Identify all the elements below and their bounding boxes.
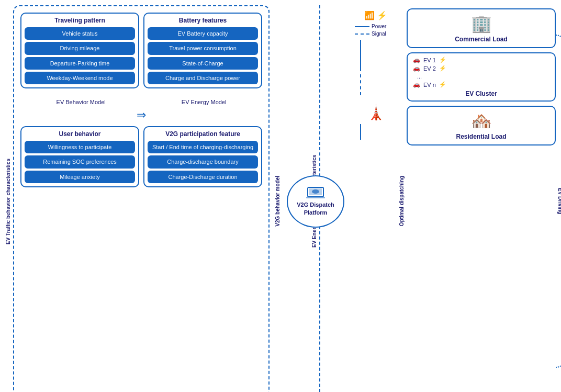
v2g-model-panel: Traveling pattern Vehicle status Driving…: [13, 5, 270, 392]
ev-row-0: 🚗 EV 1 ⚡: [413, 57, 549, 63]
charger-icon-0: ⚡: [439, 57, 446, 63]
ev-dots: ...: [417, 73, 422, 80]
commercial-load-box: 🏢 Commercial Load: [407, 8, 556, 48]
bottom-models-grid: User behavior Willingness to participate…: [18, 124, 264, 196]
tp-item-2: Departure-Parking time: [25, 57, 135, 70]
ev-traffic-label: EV Traffic behavior characteristics: [5, 156, 11, 247]
car-icon-n: 🚗: [413, 81, 420, 88]
v2g-behavior-model-label: V2G behavior model: [275, 174, 280, 229]
v-signal-line: [360, 74, 397, 95]
ub-item-1: Remaining SOC preferences: [25, 155, 135, 168]
building-icon: 🏢: [471, 14, 492, 33]
main-container: EV Traffic behavior characteristics Trav…: [0, 0, 561, 392]
signal-label: Signal: [372, 31, 386, 37]
bf-item-1: Travel power consumption: [148, 42, 258, 54]
user-behavior-title: User behavior: [25, 130, 135, 138]
ev-list: 🚗 EV 1 ⚡ 🚗 EV 2 ⚡ ...: [413, 57, 549, 88]
platform-title: V2G Dispatch Platform: [288, 201, 343, 216]
tp-item-3: Weekday-Weekend mode: [25, 72, 135, 84]
power-label: Power: [372, 24, 386, 29]
ev-driving-area: EV Driving: [556, 5, 561, 392]
bf-item-0: EV Battery capacity: [148, 27, 258, 40]
signal-icons: 📶 ⚡: [355, 10, 397, 20]
ev-models-grid: Traveling pattern Vehicle status Driving…: [18, 10, 264, 97]
ub-item-2: Mileage anxiety: [25, 171, 135, 183]
ev-cluster-title: EV Cluster: [413, 90, 549, 97]
ev-energy-model-label: EV Energy Model: [182, 99, 227, 105]
v2g-dispatch-platform: V2G Dispatch Platform: [287, 175, 344, 228]
svg-point-2: [312, 189, 319, 194]
v2g-participation-box: V2G participation feature Start / End ti…: [143, 126, 262, 187]
vp-item-1: Charge-discharge boundary: [148, 155, 258, 168]
wifi-icon: 📶: [364, 10, 375, 20]
house-icon: 🏘️: [471, 111, 492, 131]
battery-features-box: Battery features EV Battery capacity Tra…: [143, 13, 262, 88]
tp-item-0: Vehicle status: [25, 27, 135, 40]
tower-icon: 🗼: [355, 104, 397, 121]
v-power-line-2: [360, 124, 397, 140]
v2g-participation-title: V2G participation feature: [148, 130, 258, 138]
traveling-pattern-title: Traveling pattern: [25, 17, 135, 24]
car-icon-0: 🚗: [413, 57, 420, 63]
commercial-load-title: Commercial Load: [455, 36, 508, 43]
ev-driving-label: EV Driving: [557, 188, 561, 215]
ev-row-1: 🚗 EV 2 ⚡: [413, 65, 549, 72]
vp-item-2: Charge-Discharge duration: [148, 171, 258, 183]
ev-row-n: 🚗 EV n ⚡: [413, 81, 549, 88]
ev-label-n: EV n: [423, 82, 436, 88]
bf-item-2: State-of-Charge: [148, 57, 258, 70]
ev-row-dots: ...: [413, 73, 549, 80]
ev-cluster-box: 🚗 EV 1 ⚡ 🚗 EV 2 ⚡ ...: [407, 52, 556, 102]
ev-label-1: EV 2: [423, 65, 436, 72]
optimal-dispatching-label: Optimal dispatching: [399, 176, 405, 226]
battery-features-title: Battery features: [148, 17, 258, 24]
charger-icon-1: ⚡: [439, 65, 446, 72]
residential-load-title: Residential Load: [456, 133, 506, 140]
signal-line: [355, 33, 369, 35]
svg-rect-3: [306, 197, 325, 198]
user-behavior-box: User behavior Willingness to participate…: [20, 126, 139, 187]
ub-item-0: Willingness to participate: [25, 141, 135, 153]
ev-label-0: EV 1: [423, 57, 436, 63]
v-power-line: [360, 40, 397, 71]
traveling-pattern-box: Traveling pattern Vehicle status Driving…: [20, 13, 139, 88]
residential-load-box: 🏘️ Residential Load: [407, 106, 556, 145]
vp-item-0: Start / End time of charging-discharging: [148, 141, 258, 153]
laptop-icon: [305, 186, 326, 201]
car-icon-1: 🚗: [413, 65, 420, 72]
bolt-icon: ⚡: [377, 10, 387, 20]
bf-item-3: Charge and Discharge power: [148, 72, 258, 84]
ev-behavior-model-label: EV Behavior Model: [57, 99, 106, 105]
power-line: [355, 26, 369, 27]
charger-icon-n: ⚡: [439, 81, 446, 88]
behavior-to-energy-arrow: ⇒: [137, 108, 146, 122]
tp-item-1: Driving mileage: [25, 42, 135, 54]
signal-legend: Power Signal: [355, 24, 397, 37]
top-section: EV Traffic behavior characteristics Trav…: [5, 5, 556, 392]
